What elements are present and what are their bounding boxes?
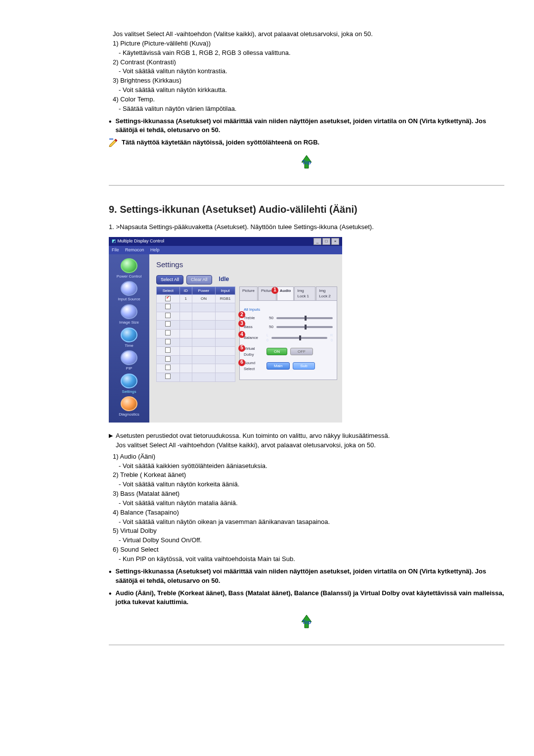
power-icon (121, 258, 137, 273)
select-all-button[interactable]: Select All (156, 275, 183, 284)
table-row (157, 330, 235, 338)
lbl-balance: Balance (244, 335, 264, 341)
menu-help[interactable]: Help (150, 247, 160, 252)
status-idle-label: Idle (219, 275, 229, 284)
bass-slider[interactable] (276, 326, 333, 328)
display-grid-table: Select ID Power Input 1ONRGB1 (156, 286, 235, 382)
sectB-item3-title: 3) Bass (Matalat äänet) (109, 489, 504, 499)
lbl-bass: Bass (244, 324, 264, 330)
checkbox-icon (165, 313, 171, 318)
sectA-item2-title: 2) Contrast (Kontrasti) (109, 58, 504, 67)
sectB-arrow-note: ▶ Asetusten perustiedot ovat tietoruuduk… (109, 431, 504, 450)
balance-slider[interactable] (271, 337, 327, 339)
checkbox-icon (165, 365, 171, 370)
app-titlebar: ◩ Multiple Display Control _ □ × (109, 237, 342, 246)
top-link-2[interactable]: Top (109, 613, 504, 636)
sectB-item4-desc: - Voit säätää valitun näytön oikean ja v… (109, 518, 504, 527)
callout-3: 3 (238, 320, 245, 327)
callout-2: 2 (238, 311, 245, 318)
menu-remocon[interactable]: Remocon (125, 247, 144, 252)
col-select: Select (157, 286, 180, 295)
callout-4: 4 (238, 331, 245, 338)
menu-file[interactable]: File (112, 247, 119, 252)
table-row (157, 347, 235, 356)
sectB-item5-desc: - Virtual Dolby Sound On/Off. (109, 536, 504, 545)
sectA-intro-cont: Jos valitset Select All -vaihtoehdon (Va… (109, 30, 504, 39)
col-power: Power (192, 286, 215, 295)
callout-5: 5 (238, 345, 245, 352)
checkbox-icon (165, 347, 171, 353)
lbl-allinputs: All Inputs (244, 307, 264, 313)
sound-sub-button[interactable]: Sub (293, 362, 314, 370)
svg-text:Top: Top (302, 160, 311, 165)
sidebar-item-diagnostics[interactable]: Diagnostics (112, 395, 146, 418)
app-sidebar: Power Control Input Source Image Size Ti… (109, 254, 149, 423)
pip-icon (121, 350, 137, 365)
sidebar-item-pip[interactable]: PIP (112, 349, 146, 372)
sectA-item1-title: 1) Picture (Picture-välilehti (Kuva)) (109, 39, 504, 48)
sectA-item3-desc: - Voit säätää valitun näytön kirkkautta. (109, 86, 504, 95)
clear-all-button[interactable]: Clear All (186, 275, 212, 284)
tab-imglock2[interactable]: Img Lock 2 (316, 286, 337, 300)
sectB-item4-title: 4) Balance (Tasapaino) (109, 508, 504, 518)
top-link-1[interactable]: Top (109, 153, 504, 176)
callout-6: 6 (238, 359, 245, 366)
window-max-icon[interactable]: □ (322, 238, 330, 245)
sectA-item1-desc: - Käytettävissä vain RGB 1, RGB 2, RGB 3… (109, 48, 504, 58)
sectB-item6-desc: - Kun PIP on käytössä, voit valita vaiht… (109, 555, 504, 564)
sectA-item3-title: 3) Brightness (Kirkkaus) (109, 76, 504, 86)
sidebar-item-imagesize[interactable]: Image Size (112, 303, 146, 326)
top-arrow-icon: Top (297, 613, 316, 633)
sectB-heading: 9. Settings-ikkunan (Asetukset) Audio-vä… (109, 202, 504, 217)
sectB-item3-desc: - Voit säätää valitun näytön matalia ään… (109, 499, 504, 508)
sectA-item4-desc: - Säätää valitun näytön värien lämpötila… (109, 104, 504, 114)
app-file-icon: ◩ (112, 238, 116, 243)
sectB-step1: 1. >Napsauta Settings-pääkuvaketta (Aset… (109, 223, 504, 232)
table-row (157, 338, 235, 347)
lbl-treble: Treble (244, 315, 264, 321)
vdolby-off-button[interactable]: OFF (290, 348, 313, 356)
vdolby-on-button[interactable]: ON (267, 348, 287, 356)
sectB-note-bullet1: • Settings-ikkunassa (Asetukset) voi mää… (109, 567, 504, 586)
table-row (157, 355, 235, 364)
sectA-item4-title: 4) Color Temp. (109, 95, 504, 104)
sidebar-item-power[interactable]: Power Control (112, 257, 146, 280)
sidebar-item-time[interactable]: Time (112, 327, 146, 349)
time-icon (121, 328, 137, 342)
treble-slider[interactable] (276, 317, 333, 319)
sectB-item6-title: 6) Sound Select (109, 545, 504, 555)
sectA-item2-desc: - Voit säätää valitun näytön kontrastia. (109, 67, 504, 76)
sectB-item1-desc: - Voit säätää kaikkien syöttölähteiden ä… (109, 462, 504, 471)
window-close-icon[interactable]: × (331, 238, 339, 245)
sectA-infoicon-note: Tätä näyttöä käytetään näytöissä, joiden… (109, 138, 504, 147)
bullet-icon: • (109, 567, 112, 576)
bullet-icon: • (109, 589, 112, 598)
tab-audio[interactable]: Audio (277, 286, 294, 300)
arrow-icon: ▶ (109, 431, 113, 440)
window-min-icon[interactable]: _ (313, 238, 321, 245)
callout-1: 1 (271, 287, 278, 294)
info-pencil-icon (109, 138, 119, 147)
app-screenshot: ◩ Multiple Display Control _ □ × File Re… (109, 237, 342, 423)
sidebar-item-inputsource[interactable]: Input Source (112, 280, 146, 302)
tab-picture1[interactable]: Picture (239, 286, 258, 300)
checkbox-icon (165, 296, 171, 301)
checkbox-icon (165, 330, 171, 335)
table-row: 1ONRGB1 (157, 295, 235, 303)
settings-icon (121, 374, 137, 388)
sidebar-item-settings[interactable]: Settings (112, 373, 146, 395)
imagesize-icon (121, 304, 137, 319)
sectB-item2-desc: - Voit säätää valitun näytön korkeita ää… (109, 480, 504, 489)
sectB-item2-title: 2) Treble ( Korkeat äänet) (109, 471, 504, 480)
diagnostics-icon (121, 396, 137, 411)
bullet-icon: • (109, 117, 112, 126)
table-row (157, 321, 235, 330)
tab-imglock1[interactable]: Img Lock 1 (294, 286, 315, 300)
sound-main-button[interactable]: Main (267, 362, 290, 370)
sectB-item5-title: 5) Virtual Dolby (109, 526, 504, 536)
sectA-note-bullet: • Settings-ikkunassa (Asetukset) voi mää… (109, 117, 504, 136)
table-row (157, 373, 235, 382)
table-row (157, 312, 235, 321)
lbl-vdolby: Virtual Dolby (244, 346, 264, 357)
lbl-soundselect: Sound Select (244, 360, 264, 372)
